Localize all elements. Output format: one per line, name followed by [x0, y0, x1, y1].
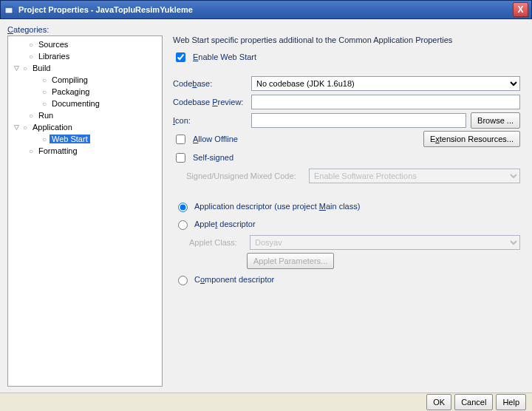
self-signed-checkbox[interactable] [176, 153, 185, 163]
expand-toggle-icon[interactable]: ▽ [13, 64, 20, 72]
tree-run[interactable]: ○Run [8, 109, 162, 121]
component-descriptor-radio[interactable] [178, 276, 188, 285]
tree-label: Sources [36, 40, 70, 49]
help-button[interactable]: Help [496, 394, 526, 410]
tree-bullet-icon: ○ [39, 76, 50, 84]
tree-bullet-icon: ○ [26, 52, 36, 61]
app-icon [4, 4, 14, 15]
tree-bullet-icon: ○ [26, 41, 36, 49]
tree-libraries[interactable]: ○Libraries [8, 50, 162, 62]
extension-resources-button[interactable]: Extension Resources... [423, 131, 520, 147]
tree-bullet-icon: ○ [26, 112, 36, 120]
tree-compiling[interactable]: ○Compiling [8, 74, 162, 86]
close-button[interactable]: X [513, 2, 528, 17]
applet-parameters-button: Applet Parameters... [247, 253, 334, 269]
dialog-button-bar: OK Cancel Help [0, 393, 532, 411]
title-bar: Project Properties - JavaTopluResimYukle… [0, 0, 532, 19]
form-panel: Web Start specific properties additional… [168, 35, 525, 387]
codebase-preview-input[interactable] [251, 95, 520, 109]
tree-application[interactable]: ▽○Application [8, 121, 162, 133]
icon-input[interactable] [251, 113, 466, 128]
cancel-button[interactable]: Cancel [454, 394, 493, 410]
tree-label: Documenting [50, 99, 102, 108]
allow-offline-label: Allow Offline [193, 135, 419, 143]
tree-label: Formatting [36, 146, 80, 155]
applet-class-select: Dosyav [250, 235, 520, 250]
allow-offline-checkbox[interactable] [176, 135, 185, 144]
tree-label: Libraries [36, 52, 72, 61]
tree-bullet-icon: ○ [39, 100, 50, 108]
tree-formatting[interactable]: ○Formatting [8, 145, 162, 157]
mixed-code-label: Signed/Unsigned Mixed Code: [186, 171, 304, 180]
tree-bullet-icon: ○ [39, 88, 50, 96]
tree-bullet-icon: ○ [26, 147, 36, 155]
categories-tree[interactable]: ○Sources○Libraries▽○Build○Compiling○Pack… [7, 35, 163, 387]
self-signed-label: Self-signed [193, 153, 233, 162]
tree-bullet-icon: ○ [39, 135, 50, 143]
browse-button[interactable]: Browse ... [471, 112, 520, 129]
tree-label: Run [36, 111, 55, 120]
applet-descriptor-label: Applet descriptor [194, 220, 256, 228]
expand-toggle-icon[interactable]: ▽ [13, 123, 20, 131]
categories-label: Categories: [7, 25, 525, 34]
tree-sources[interactable]: ○Sources [8, 38, 162, 50]
tree-documenting[interactable]: ○Documenting [8, 98, 162, 109]
tree-packaging[interactable]: ○Packaging [8, 86, 162, 98]
mixed-code-select: Enable Software Protections [309, 169, 520, 183]
codebase-preview-label: Codebase Preview: [173, 98, 247, 106]
window-title: Project Properties - JavaTopluResimYukle… [18, 5, 513, 14]
applet-class-label: Applet Class: [189, 238, 245, 247]
icon-label: Icon: [173, 116, 247, 125]
app-descriptor-label: Application descriptor (use project Main… [194, 202, 360, 211]
applet-descriptor-radio[interactable] [178, 220, 188, 230]
tree-webstart[interactable]: ○Web Start [8, 133, 162, 145]
component-descriptor-label: Component descriptor [194, 275, 274, 284]
app-descriptor-radio[interactable] [178, 203, 188, 212]
intro-text: Web Start specific properties additional… [173, 35, 520, 44]
tree-label: Web Start [50, 135, 90, 143]
tree-bullet-icon: ○ [20, 123, 30, 132]
ok-button[interactable]: OK [426, 394, 451, 410]
tree-bullet-icon: ○ [20, 64, 30, 72]
tree-label: Application [30, 123, 75, 132]
codebase-select[interactable]: No codebase (JDK 1.6u18) [251, 76, 520, 91]
tree-label: Packaging [50, 87, 92, 96]
tree-label: Compiling [50, 75, 90, 84]
svg-rect-1 [5, 7, 13, 8]
enable-webstart-checkbox[interactable] [176, 52, 185, 62]
tree-label: Build [30, 64, 52, 72]
codebase-label: Codebase: [173, 79, 247, 88]
tree-build[interactable]: ▽○Build [8, 62, 162, 74]
enable-webstart-label: Enable Web Start [193, 52, 256, 61]
